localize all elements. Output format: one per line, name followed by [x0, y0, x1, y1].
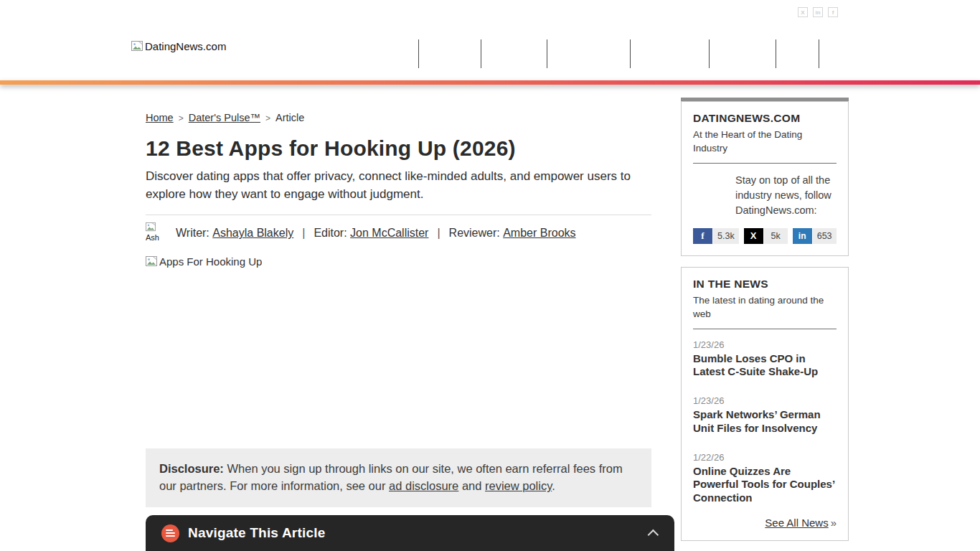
disclosure-text: .: [552, 479, 555, 492]
article-main: Home>Dater's Pulse™>Article 12 Best Apps…: [146, 108, 651, 537]
nav-separator: [481, 39, 481, 68]
x-share-count: 5k: [764, 228, 788, 244]
news-item: 1/23/26 Spark Networks’ German Unit File…: [693, 395, 837, 435]
nav-separator: [819, 39, 819, 68]
news-item-title[interactable]: Bumble Loses CPO in Latest C-Suite Shake…: [693, 352, 837, 380]
site-header: X in f DatingNews.com: [0, 0, 980, 80]
news-item: 1/22/26 Online Quizzes Are Powerful Tool…: [693, 452, 837, 505]
writer-link[interactable]: Ashayla Blakely: [212, 227, 293, 240]
hero-image-broken: Apps For Hooking Up: [146, 255, 651, 268]
facebook-icon: f: [693, 228, 712, 244]
article-deck: Discover dating apps that offer privacy,…: [146, 168, 651, 203]
divider: [693, 163, 837, 164]
breadcrumb-current: Article: [275, 112, 304, 123]
about-share-row: f 5.3k X 5k in 653: [693, 228, 837, 244]
avatar-alt-text: Ash: [146, 233, 159, 242]
news-item-date: 1/23/26: [693, 339, 837, 350]
breadcrumb-separator: >: [179, 113, 184, 123]
byline-separator: |: [302, 227, 305, 240]
review-policy-link[interactable]: review policy: [485, 479, 552, 492]
header-social-links: X in f: [798, 7, 838, 17]
linkedin-icon[interactable]: in: [813, 7, 823, 17]
about-widget-heading: DATINGNEWS.COM: [693, 112, 837, 125]
x-share-button[interactable]: X 5k: [744, 228, 788, 244]
about-widget: DATINGNEWS.COM At the Heart of the Datin…: [681, 101, 849, 256]
disclosure-text: and: [458, 479, 485, 492]
twitter-icon[interactable]: X: [798, 7, 808, 17]
linkedin-share-button[interactable]: in 653: [793, 228, 837, 244]
chevron-up-icon[interactable]: [648, 529, 659, 540]
about-widget-subheading: At the Heart of the Dating Industry: [693, 128, 837, 156]
divider: [693, 329, 837, 329]
writer-label: Writer:: [176, 227, 209, 240]
news-item-date: 1/23/26: [693, 395, 837, 406]
navigate-article-bar[interactable]: Navigate This Article: [146, 515, 674, 551]
nav-separator: [630, 39, 631, 68]
breadcrumb: Home>Dater's Pulse™>Article: [146, 112, 651, 123]
hero-image-space: [146, 268, 651, 448]
reviewer-link[interactable]: Amber Brooks: [503, 227, 575, 240]
broken-image-icon: [146, 256, 157, 267]
disclosure-label: Disclosure:: [159, 462, 224, 475]
news-item-title[interactable]: Online Quizzes Are Powerful Tools for Co…: [693, 465, 837, 505]
facebook-icon[interactable]: f: [828, 7, 838, 17]
linkedin-share-count: 653: [813, 228, 837, 244]
header-accent-bar: [0, 80, 980, 85]
news-widget-subheading: The latest in dating around the web: [693, 294, 837, 321]
writer-avatar-broken: Ash: [146, 222, 169, 244]
news-item-date: 1/22/26: [693, 452, 837, 463]
news-item: 1/23/26 Bumble Loses CPO in Latest C-Sui…: [693, 339, 837, 380]
divider: [146, 215, 651, 215]
editor-link[interactable]: Jon McCallister: [350, 227, 428, 240]
page: X in f DatingNews.com Home>Dat: [0, 0, 980, 551]
disclosure-box: Disclosure: When you sign up through lin…: [146, 448, 651, 507]
nav-separator: [709, 39, 710, 68]
see-all-news: See All News»: [693, 517, 837, 529]
sidebar: DATINGNEWS.COM At the Heart of the Datin…: [681, 98, 849, 551]
news-widget-heading: IN THE NEWS: [693, 278, 837, 291]
nav-separator: [776, 39, 776, 68]
nav-separator: [547, 39, 547, 68]
linkedin-icon: in: [793, 228, 812, 244]
facebook-share-count: 5.3k: [713, 228, 739, 244]
x-icon: X: [744, 228, 763, 244]
see-all-news-link[interactable]: See All News: [765, 517, 828, 529]
byline-separator: |: [437, 227, 440, 240]
spacer: [681, 256, 849, 267]
byline: Ash Writer: Ashayla Blakely | Editor: Jo…: [146, 222, 651, 244]
see-all-news-arrow: »: [831, 517, 837, 529]
breadcrumb-home[interactable]: Home: [146, 112, 174, 123]
facebook-share-button[interactable]: f 5.3k: [693, 228, 739, 244]
spacer: [681, 541, 849, 551]
news-item-title[interactable]: Spark Networks’ German Unit Files for In…: [693, 408, 837, 435]
in-the-news-widget: IN THE NEWS The latest in dating around …: [681, 267, 849, 541]
breadcrumb-separator: >: [265, 113, 270, 123]
article-list-icon: [161, 524, 179, 542]
breadcrumb-daters-pulse[interactable]: Dater's Pulse™: [189, 112, 260, 123]
main-nav: [0, 39, 980, 68]
editor-label: Editor:: [314, 227, 347, 240]
reviewer-label: Reviewer:: [449, 227, 500, 240]
ad-disclosure-link[interactable]: ad disclosure: [389, 479, 458, 492]
about-widget-text: Stay on top of all the industry news, fo…: [693, 173, 837, 218]
article-title: 12 Best Apps for Hooking Up (2026): [146, 136, 651, 161]
nav-separator: [418, 39, 419, 68]
broken-image-icon: [146, 222, 156, 232]
hero-alt-text: Apps For Hooking Up: [159, 255, 262, 268]
navigate-article-title: Navigate This Article: [188, 525, 325, 541]
